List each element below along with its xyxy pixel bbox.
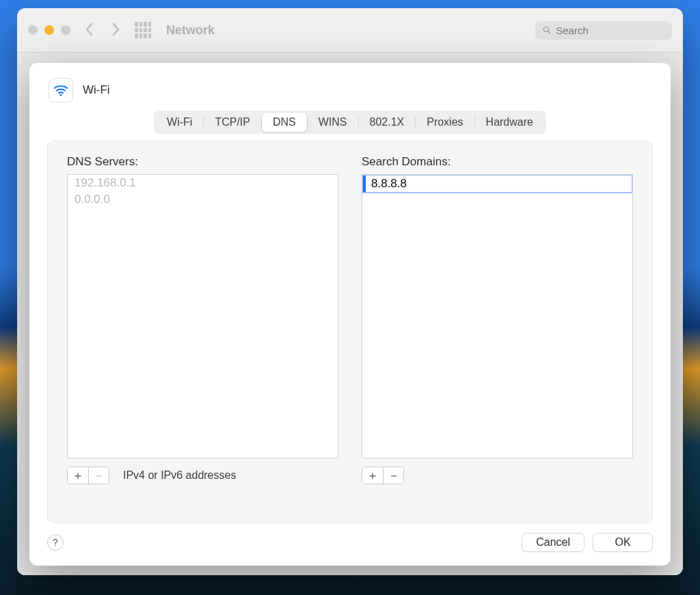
search-domain-input[interactable]: 8.8.8.8	[363, 176, 632, 192]
search-domains-list[interactable]: 8.8.8.8	[362, 174, 633, 458]
search-domain-entry-editing[interactable]: 8.8.8.8	[362, 176, 632, 192]
svg-line-1	[548, 31, 550, 33]
dns-servers-list[interactable]: 192.168.0.1 0.0.0.0	[67, 174, 338, 458]
advanced-settings-sheet: Wi-Fi Wi-Fi TCP/IP DNS WINS 802.1X Proxi…	[29, 63, 671, 566]
back-button[interactable]	[80, 21, 98, 39]
tab-hardware[interactable]: Hardware	[475, 113, 544, 132]
tab-proxies[interactable]: Proxies	[416, 113, 474, 132]
dns-servers-hint: IPv4 or IPv6 addresses	[123, 469, 236, 482]
search-icon	[542, 25, 552, 36]
help-button[interactable]: ?	[47, 534, 64, 551]
search-domains-column: Search Domains: 8.8.8.8 ＋ －	[362, 155, 633, 505]
wifi-icon	[49, 78, 73, 102]
show-all-icon[interactable]	[135, 22, 151, 38]
zoom-window-button[interactable]	[61, 25, 70, 35]
service-header: Wi-Fi	[49, 78, 653, 102]
close-window-button[interactable]	[28, 25, 38, 35]
tab-wins[interactable]: WINS	[308, 113, 358, 132]
tab-tcpip[interactable]: TCP/IP	[204, 113, 261, 132]
add-search-domain-button[interactable]: ＋	[362, 467, 383, 484]
ok-button[interactable]: OK	[593, 533, 653, 552]
remove-search-domain-button[interactable]: －	[383, 467, 403, 484]
tab-wifi[interactable]: Wi-Fi	[156, 113, 203, 132]
cancel-button[interactable]: Cancel	[522, 533, 584, 552]
dns-servers-add-remove: ＋ －	[67, 467, 109, 484]
tab-dns[interactable]: DNS	[262, 113, 307, 132]
window-controls	[28, 25, 70, 35]
system-preferences-window: Network Wi-Fi Wi-Fi TCP/IP	[17, 8, 683, 575]
toolbar: Network	[17, 8, 683, 53]
dns-servers-label: DNS Servers:	[67, 155, 338, 169]
forward-button[interactable]	[107, 21, 125, 39]
search-input[interactable]	[556, 25, 665, 36]
remove-dns-server-button[interactable]: －	[88, 467, 109, 484]
dns-panel: DNS Servers: 192.168.0.1 0.0.0.0 ＋ － IPv…	[47, 141, 653, 523]
tab-8021x[interactable]: 802.1X	[359, 113, 416, 132]
search-domains-label: Search Domains:	[362, 155, 633, 169]
sheet-footer: ? Cancel OK	[47, 533, 653, 552]
dns-server-entry[interactable]: 0.0.0.0	[68, 191, 338, 208]
dns-servers-column: DNS Servers: 192.168.0.1 0.0.0.0 ＋ － IPv…	[67, 155, 338, 505]
service-name: Wi-Fi	[83, 83, 110, 97]
minimize-window-button[interactable]	[44, 25, 54, 35]
add-dns-server-button[interactable]: ＋	[68, 467, 88, 484]
window-title: Network	[166, 23, 215, 38]
svg-point-0	[543, 27, 548, 31]
dns-server-entry[interactable]: 192.168.0.1	[68, 175, 338, 191]
search-field[interactable]	[535, 21, 672, 40]
svg-point-2	[59, 94, 62, 96]
search-domains-add-remove: ＋ －	[362, 467, 404, 484]
tabs: Wi-Fi TCP/IP DNS WINS 802.1X Proxies Har…	[154, 111, 546, 134]
